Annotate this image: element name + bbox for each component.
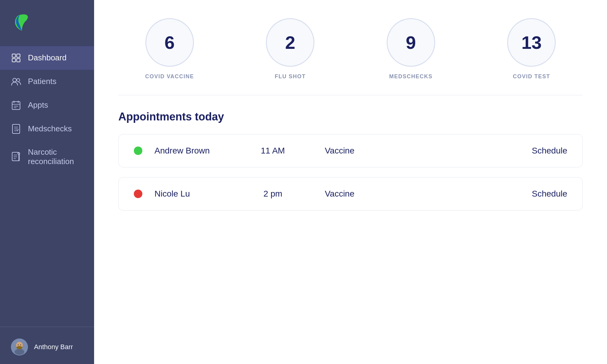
- stat-circle-covid-test: 13: [507, 18, 556, 67]
- appt-name-1: Andrew Brown: [154, 146, 239, 156]
- appointment-card-1[interactable]: Andrew Brown 11 AM Vaccine Schedule: [118, 134, 583, 167]
- svg-point-4: [13, 78, 16, 82]
- svg-point-27: [18, 345, 19, 345]
- appts-icon: [11, 100, 21, 110]
- appt-time-2: 2 pm: [239, 189, 306, 199]
- user-name: Anthony Barr: [34, 343, 73, 351]
- stat-medschecks: 9 MEDSCHECKS: [360, 18, 462, 80]
- sidebar-item-appts[interactable]: Appts: [0, 93, 94, 117]
- appointments-title: Appointments today: [118, 110, 583, 123]
- appt-time-1: 11 AM: [239, 146, 306, 156]
- stat-label-medschecks: MEDSCHECKS: [389, 73, 432, 80]
- sidebar-divider: [0, 327, 94, 327]
- sidebar-user[interactable]: Anthony Barr: [0, 330, 94, 364]
- appt-type-1: Vaccine: [306, 146, 373, 156]
- sidebar-item-label-appts: Appts: [28, 100, 48, 110]
- stat-covid-vaccine: 6 COVID VACCINE: [118, 18, 221, 80]
- svg-rect-0: [12, 54, 15, 57]
- stat-circle-flu-shot: 2: [266, 18, 314, 67]
- stat-label-covid-vaccine: COVID VACCINE: [145, 73, 194, 80]
- sidebar-item-label-narcotic: Narcotic reconciliation: [28, 147, 80, 166]
- avatar: [11, 339, 28, 356]
- appt-action-2[interactable]: Schedule: [373, 189, 567, 199]
- appt-name-2: Nicole Lu: [154, 189, 239, 199]
- stat-covid-test: 13 COVID TEST: [480, 18, 583, 80]
- svg-rect-6: [12, 102, 20, 110]
- appointment-card-2[interactable]: Nicole Lu 2 pm Vaccine Schedule: [118, 177, 583, 211]
- svg-rect-2: [12, 59, 15, 62]
- stat-flu-shot: 2 FLU SHOT: [239, 18, 342, 80]
- stat-number-covid-vaccine: 6: [164, 32, 175, 53]
- sidebar-item-medschecks[interactable]: Medschecks: [0, 117, 94, 141]
- stat-number-covid-test: 13: [521, 32, 542, 53]
- appointments-section: Appointments today Andrew Brown 11 AM Va…: [118, 110, 583, 211]
- stats-row: 6 COVID VACCINE 2 FLU SHOT 9 MEDSCHECKS …: [118, 18, 583, 95]
- stat-label-flu-shot: FLU SHOT: [275, 73, 306, 80]
- sidebar-item-label-dashboard: Dashboard: [28, 53, 66, 62]
- sidebar-item-patients[interactable]: Patients: [0, 70, 94, 93]
- stat-number-flu-shot: 2: [285, 32, 295, 53]
- main-content: 6 COVID VACCINE 2 FLU SHOT 9 MEDSCHECKS …: [94, 0, 607, 364]
- sidebar: Dashboard Patients: [0, 0, 94, 364]
- appt-type-2: Vaccine: [306, 189, 373, 199]
- stat-number-medschecks: 9: [406, 32, 416, 53]
- appt-action-1[interactable]: Schedule: [373, 146, 567, 156]
- status-dot-red: [134, 190, 142, 198]
- logo-container: [0, 0, 94, 43]
- sidebar-item-label-patients: Patients: [28, 77, 56, 86]
- stat-circle-medschecks: 9: [387, 18, 435, 67]
- dashboard-icon: [11, 53, 21, 63]
- app-logo: [11, 12, 33, 34]
- medschecks-icon: [11, 124, 21, 134]
- sidebar-item-narcotic[interactable]: Narcotic reconciliation: [0, 141, 94, 173]
- svg-rect-3: [17, 59, 20, 62]
- stat-label-covid-test: COVID TEST: [513, 73, 550, 80]
- sidebar-nav: Dashboard Patients: [0, 43, 94, 324]
- status-dot-green: [134, 147, 142, 155]
- svg-rect-1: [17, 54, 20, 57]
- narcotic-icon: [11, 152, 21, 162]
- sidebar-item-dashboard[interactable]: Dashboard: [0, 46, 94, 70]
- svg-point-28: [20, 345, 21, 345]
- sidebar-item-label-medschecks: Medschecks: [28, 124, 72, 133]
- patients-icon: [11, 76, 21, 87]
- svg-point-5: [17, 79, 20, 82]
- svg-point-24: [15, 349, 24, 355]
- stat-circle-covid-vaccine: 6: [145, 18, 194, 67]
